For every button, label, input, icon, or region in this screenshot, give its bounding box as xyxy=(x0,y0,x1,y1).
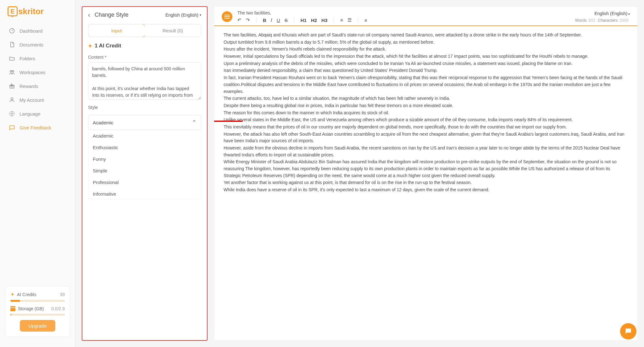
main: ‹ Change Style English (English) Input R… xyxy=(75,0,644,347)
back-icon[interactable]: ‹ xyxy=(88,11,90,19)
unordered-list-button[interactable]: ☰ xyxy=(347,17,352,23)
documents-icon xyxy=(9,41,15,48)
usage-card: ✦ AI Credits 39 Storage (GB) 0.0/2.9 Upg… xyxy=(5,286,70,337)
editor-title-col: The two facilities, ↶ ↷ B I U S xyxy=(237,10,367,23)
tab-input[interactable]: Input xyxy=(88,24,145,37)
style-option-informative[interactable]: Informative xyxy=(88,188,201,199)
style-option-academic[interactable]: Academic xyxy=(88,130,201,142)
document-title[interactable]: The two facilities, xyxy=(237,10,367,15)
style-option-enthusiastic[interactable]: Enthusiastic xyxy=(88,142,201,153)
storage-value: 0.0/2.9 xyxy=(51,306,65,311)
ordered-list-button[interactable]: ≡ xyxy=(340,17,343,23)
paragraph[interactable]: Iran immediately denied responsibility, … xyxy=(224,67,628,74)
workspaces-icon xyxy=(9,69,15,75)
undo-button[interactable]: ↶ xyxy=(237,17,242,23)
sidebar-item-label: Rewards xyxy=(19,84,38,89)
credits-label: AI Credits xyxy=(17,292,36,297)
logo-text: skritor xyxy=(18,7,44,16)
sidebar: E skritor Dashboard Documents Folders Wo… xyxy=(0,0,75,347)
content-label: Content * xyxy=(88,55,201,60)
chars-count: 3595 xyxy=(619,18,629,23)
storage-label: Storage (GB) xyxy=(18,306,44,311)
paragraph[interactable]: The two facilities, Abqaiq and Khurais w… xyxy=(224,32,628,39)
tabs: Input Result (0) xyxy=(88,24,201,37)
language-select-right[interactable]: English (English) xyxy=(575,11,630,16)
h2-button[interactable]: H2 xyxy=(311,18,317,23)
paragraph[interactable]: The current attacks, too, have led to a … xyxy=(224,95,628,102)
paragraph[interactable]: This inevitably means that the prices of… xyxy=(224,124,628,131)
language-icon xyxy=(9,111,15,117)
sidebar-item-label: Documents xyxy=(19,42,43,47)
sidebar-item-label: Folders xyxy=(19,56,35,61)
editor-body[interactable]: ✦ The two facilities, Abqaiq and Khurais… xyxy=(214,26,637,340)
chat-fab[interactable] xyxy=(620,323,636,339)
panel-title: Change Style xyxy=(95,12,129,18)
toolbar: ↶ ↷ B I U S H1 H2 xyxy=(237,17,367,23)
style-option-professional[interactable]: Professional xyxy=(88,176,201,188)
paragraph[interactable]: The reason for this comes down to the ma… xyxy=(224,110,628,117)
rewards-icon xyxy=(9,83,15,89)
style-option-simple[interactable]: Simple xyxy=(88,165,201,176)
divider xyxy=(334,17,334,23)
chars-label: Characters xyxy=(598,18,618,23)
paragraph[interactable]: However, initial speculations by Saudi o… xyxy=(224,53,628,60)
words-label: Words xyxy=(575,18,587,23)
sidebar-item-folders[interactable]: Folders xyxy=(4,52,71,65)
style-select: Academic Academic Enthusiastic Funny Sim… xyxy=(88,115,201,199)
content-textarea[interactable] xyxy=(88,62,201,100)
paragraph[interactable]: While Energy Minister of Saudi Arabia Ab… xyxy=(224,159,628,179)
doc-stats: Words 602 Characters 3595 xyxy=(575,18,630,23)
language-select-left[interactable]: English (English) xyxy=(165,13,201,18)
underline-button[interactable]: U xyxy=(277,18,280,23)
upgrade-button[interactable]: Upgrade xyxy=(20,320,56,332)
change-style-panel: ‹ Change Style English (English) Input R… xyxy=(82,6,208,341)
paragraph[interactable]: Upon a preliminary analysis of the debri… xyxy=(224,60,628,67)
style-select-head[interactable]: Academic xyxy=(88,115,201,130)
svg-point-1 xyxy=(10,70,12,72)
sidebar-item-label: Language xyxy=(19,111,41,117)
sidebar-item-language[interactable]: Language xyxy=(4,107,71,121)
credits-value: 39 xyxy=(60,292,65,297)
storage-bar-fill xyxy=(10,314,11,316)
storage-row: Storage (GB) 0.0/2.9 xyxy=(10,306,65,311)
storage-bar xyxy=(10,314,65,316)
credits-row: ✦ AI Credits 39 xyxy=(10,291,65,297)
logo[interactable]: E skritor xyxy=(0,6,75,24)
credits-bar xyxy=(10,300,65,302)
panel-header: ‹ Change Style English (English) xyxy=(88,11,201,19)
sidebar-item-label: Workspaces xyxy=(19,70,45,75)
italic-button[interactable]: I xyxy=(271,18,272,23)
strike-button[interactable]: S xyxy=(285,18,288,23)
bold-button[interactable]: B xyxy=(263,18,266,23)
h3-button[interactable]: H3 xyxy=(321,18,327,23)
credit-cost-text: 1 AI Credit xyxy=(95,43,121,49)
tab-result[interactable]: Result (0) xyxy=(145,24,201,37)
style-option-funny[interactable]: Funny xyxy=(88,153,201,165)
sidebar-item-workspaces[interactable]: Workspaces xyxy=(4,65,71,79)
paragraph[interactable]: Yet another factor that is working again… xyxy=(224,179,628,186)
paragraph[interactable]: However, the attack has also left other … xyxy=(224,131,628,144)
paragraph[interactable]: In fact, Iranian President Hassan Rouhan… xyxy=(224,74,628,95)
logo-icon: E xyxy=(8,6,18,16)
redo-button[interactable]: ↷ xyxy=(246,17,250,23)
h1-button[interactable]: H1 xyxy=(301,18,307,23)
menu-toggle-button[interactable] xyxy=(222,11,232,22)
paragraph[interactable]: While India does have a reserve of oil i… xyxy=(224,187,628,193)
credits-bar-fill xyxy=(10,300,20,302)
sidebar-item-rewards[interactable]: Rewards xyxy=(4,79,71,93)
sidebar-item-label: My Account xyxy=(19,97,44,103)
sidebar-item-account[interactable]: My Account xyxy=(4,93,71,107)
align-button[interactable]: ≡ xyxy=(364,18,367,23)
paragraph[interactable]: Despite there being a resulting global r… xyxy=(224,102,628,109)
sidebar-item-dashboard[interactable]: Dashboard xyxy=(4,24,71,38)
words-count: 602 xyxy=(589,18,596,23)
sidebar-item-feedback[interactable]: Give Feedback xyxy=(4,121,71,134)
editor-header-right: English (English) Words 602 Characters 3… xyxy=(575,11,630,23)
paragraph[interactable]: However, aside from the obvious decline … xyxy=(224,145,628,158)
sidebar-item-documents[interactable]: Documents xyxy=(4,38,71,52)
paragraph[interactable]: Output tumbled from 9.8 million barrels … xyxy=(224,39,628,46)
chat-icon xyxy=(624,327,632,335)
paragraph[interactable]: Hours after the incident, Yemen's Houthi… xyxy=(224,46,628,53)
nav: Dashboard Documents Folders Workspaces R… xyxy=(0,24,75,282)
paragraph[interactable]: Unlike several states in the Middle East… xyxy=(224,117,628,123)
